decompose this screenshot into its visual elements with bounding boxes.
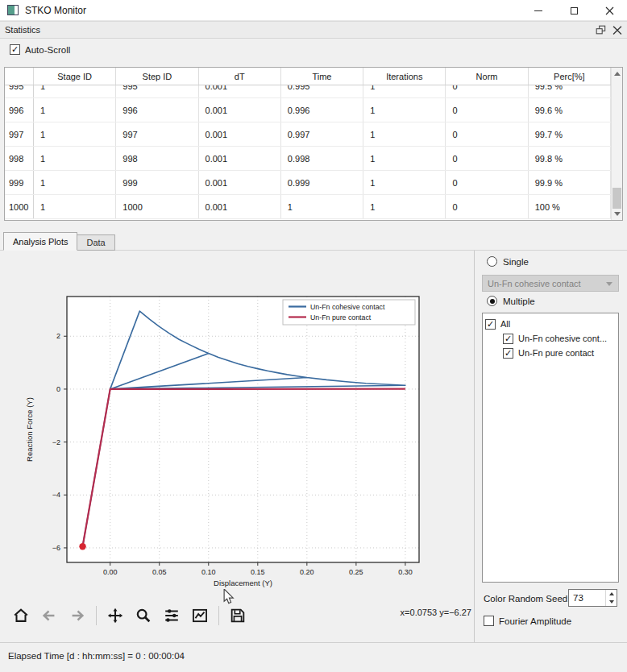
pan-button[interactable] (106, 606, 125, 625)
plot-series-list[interactable]: ✓All✓Un-Fn cohesive cont...✓Un-Fn pure c… (482, 313, 619, 583)
plot-customize-button[interactable] (190, 606, 210, 625)
window-title: STKO Monitor (25, 5, 86, 16)
row-header: 1000 (5, 195, 34, 218)
scroll-up-button[interactable] (612, 68, 622, 80)
x-tick-label: 0.25 (349, 568, 363, 576)
scroll-down-icon (614, 212, 621, 216)
mouse-cursor (222, 589, 235, 605)
table-cell: 999 (116, 171, 198, 194)
spin-down-button[interactable] (606, 598, 617, 606)
dock-title: Statistics (5, 25, 40, 35)
table-cell: 99.6 % (529, 98, 611, 122)
table-cell: 99.8 % (529, 147, 611, 170)
scrollbar-thumb[interactable] (612, 188, 621, 209)
statistics-table: 99519950.0010.9951099.5 %99619960.0010.9… (4, 67, 623, 221)
item-checkbox[interactable]: ✓ (503, 348, 513, 359)
back-button[interactable] (39, 606, 59, 625)
minimize-button[interactable] (521, 0, 556, 21)
plot-toolbar (11, 606, 247, 625)
tabbar: Analysis Plots Data (3, 232, 115, 251)
table-cell: 0 (446, 171, 528, 194)
dock-close-button[interactable] (612, 24, 622, 39)
table-cell: 998 (116, 147, 198, 170)
subplot-settings-button[interactable] (162, 606, 181, 625)
table-cell: 0.001 (199, 195, 281, 218)
scroll-down-button[interactable] (612, 208, 622, 220)
close-button[interactable] (592, 0, 627, 21)
toolbar-separator (96, 606, 97, 625)
x-tick-label: 0.00 (103, 568, 118, 576)
column-header[interactable]: Iterations (363, 68, 446, 85)
column-header[interactable]: Step ID (116, 68, 198, 85)
list-item[interactable]: ✓Un-Fn cohesive cont... (485, 331, 616, 346)
spin-up-button[interactable] (606, 590, 617, 598)
column-header[interactable]: dT (199, 68, 281, 85)
zoom-button[interactable] (134, 606, 153, 625)
x-tick-label: 0.05 (152, 568, 167, 576)
row-header: 998 (5, 147, 34, 170)
x-tick-label: 0.10 (201, 568, 216, 576)
single-radio[interactable] (487, 256, 497, 267)
table-cell: 997 (116, 122, 198, 146)
row-header: 997 (5, 122, 34, 146)
table-cell: 0.996 (281, 98, 363, 122)
item-label: All (500, 319, 510, 329)
column-header[interactable]: Perc[%] (529, 68, 611, 85)
column-header[interactable]: Stage ID (34, 68, 116, 85)
elapsed-time-text: Elapsed Time [d : hh:mm:ss] = 0 : 00:00:… (8, 651, 185, 661)
axes-background (67, 297, 419, 562)
maximize-button[interactable] (556, 0, 592, 21)
table-cell: 0.001 (199, 98, 281, 122)
y-tick-label: 0 (56, 385, 60, 393)
single-radio-row: Single (487, 256, 529, 267)
table-row[interactable]: 1000110000.001110100 % (5, 195, 611, 219)
tab-analysis-plots[interactable]: Analysis Plots (3, 232, 77, 251)
table-cell: 1 (34, 147, 116, 170)
column-header[interactable]: Norm (446, 68, 528, 85)
item-checkbox[interactable]: ✓ (485, 319, 496, 330)
x-tick-label: 0.30 (398, 568, 413, 576)
x-axis-label: Displacement (Y) (214, 579, 272, 587)
fourier-amplitude-checkbox[interactable] (484, 616, 494, 626)
table-row[interactable]: 99819980.0010.9981099.8 % (5, 147, 611, 171)
home-button[interactable] (11, 606, 31, 625)
color-random-seed-spinbox[interactable]: 73 (568, 589, 617, 607)
save-button[interactable] (228, 606, 247, 625)
cursor-coordinates-readout: x=0.0753 y=−6.27 (347, 608, 471, 617)
table-cell: 996 (116, 98, 198, 122)
table-cell: 1 (34, 195, 116, 218)
y-tick-label: −2 (52, 438, 60, 446)
float-panel-button[interactable] (595, 24, 606, 39)
plot-customize-icon (191, 607, 209, 624)
seed-value: 73 (569, 590, 605, 606)
toolbar-separator (218, 606, 219, 625)
table-cell: 0.001 (199, 171, 281, 194)
multiple-radio[interactable] (487, 296, 497, 306)
column-header[interactable]: Time (281, 68, 363, 85)
plot-select-combobox[interactable]: Un-Fn cohesive contact (482, 275, 619, 292)
titlebar: STKO Monitor (0, 0, 627, 21)
home-icon (12, 607, 30, 624)
zoom-icon (135, 607, 152, 624)
item-label: Un-Fn cohesive cont... (518, 334, 607, 343)
subplot-settings-icon (163, 607, 181, 624)
forward-button[interactable] (68, 606, 87, 625)
maximize-icon (571, 7, 578, 15)
tab-data[interactable]: Data (77, 234, 114, 251)
panel-splitter[interactable] (474, 251, 475, 642)
table-corner (5, 68, 34, 85)
table-row[interactable]: 99719970.0010.9971099.7 % (5, 122, 611, 147)
table-row[interactable]: 99619960.0010.9961099.6 % (5, 98, 611, 122)
table-scrollbar[interactable] (611, 68, 622, 220)
plot-canvas[interactable]: 0.000.050.100.150.200.250.3020−2−4−6Un-F… (0, 252, 475, 604)
table-row[interactable]: 99919990.0010.9991099.9 % (5, 171, 611, 195)
item-checkbox[interactable]: ✓ (503, 334, 513, 344)
list-item[interactable]: ✓All (485, 317, 616, 331)
item-label: Un-Fn pure contact (518, 348, 594, 358)
table-cell: 0.001 (199, 122, 281, 146)
table-rows: 99519950.0010.9951099.5 %99619960.0010.9… (5, 74, 611, 219)
combo-value: Un-Fn cohesive contact (488, 279, 581, 288)
table-cell: 1 (34, 122, 116, 146)
auto-scroll-checkbox[interactable]: ✓ (10, 44, 20, 55)
list-item[interactable]: ✓Un-Fn pure contact (485, 346, 616, 360)
